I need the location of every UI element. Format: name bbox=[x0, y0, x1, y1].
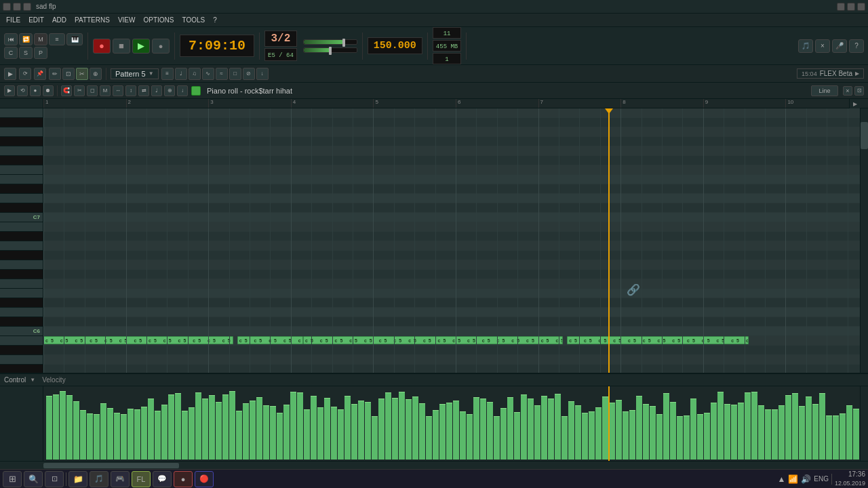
velocity-bar-19[interactable] bbox=[175, 393, 181, 460]
erase-tool[interactable]: ✂ bbox=[76, 68, 88, 80]
velocity-bar-3[interactable] bbox=[66, 395, 73, 460]
pattern-play-btn[interactable]: ● bbox=[152, 39, 170, 54]
piano-key-Eb6[interactable] bbox=[0, 298, 43, 308]
velocity-bar-70[interactable] bbox=[521, 394, 527, 460]
bpm-display[interactable]: 150.000 bbox=[368, 37, 422, 54]
humanize-btn[interactable]: ↓ bbox=[256, 68, 269, 80]
velocity-bar-47[interactable] bbox=[365, 402, 371, 460]
velocity-bar-17[interactable] bbox=[161, 405, 167, 460]
search-button[interactable]: 🔍 bbox=[24, 471, 43, 487]
pr-close-btn[interactable]: × bbox=[843, 86, 852, 96]
piano-key-Ab5[interactable] bbox=[0, 365, 43, 373]
taskbar-app-6[interactable]: 🔴 bbox=[195, 471, 214, 487]
velocity-bar-85[interactable] bbox=[623, 411, 629, 460]
piano-key-Gb7[interactable] bbox=[0, 156, 43, 165]
piano-key-Db7[interactable] bbox=[0, 203, 43, 213]
velocity-bar-42[interactable] bbox=[331, 407, 337, 460]
velocity-scrollbar[interactable] bbox=[860, 386, 868, 461]
velocity-bar-96[interactable] bbox=[697, 414, 703, 460]
velocity-bar-14[interactable] bbox=[141, 407, 147, 460]
lasso-btn[interactable]: ⊘ bbox=[243, 68, 255, 80]
piano-key-Eb7[interactable] bbox=[0, 184, 43, 194]
velocity-bar-95[interactable] bbox=[690, 399, 696, 460]
velocity-bar-81[interactable] bbox=[595, 407, 601, 460]
menu-options[interactable]: OPTIONS bbox=[140, 15, 177, 25]
taskbar-app-2[interactable]: 🎮 bbox=[111, 471, 130, 487]
velocity-bar-60[interactable] bbox=[453, 401, 459, 460]
velocity-bar-12[interactable] bbox=[127, 409, 134, 460]
velocity-bar-63[interactable] bbox=[473, 397, 479, 460]
velocity-bar-37[interactable] bbox=[297, 392, 303, 460]
velocity-bar-64[interactable] bbox=[480, 399, 486, 460]
velocity-bar-21[interactable] bbox=[189, 407, 195, 460]
velocity-bar-92[interactable] bbox=[670, 402, 676, 460]
velocity-bar-58[interactable] bbox=[439, 404, 446, 460]
velocity-bar-45[interactable] bbox=[351, 404, 357, 460]
pr-rec2-btn[interactable]: ⏺ bbox=[43, 85, 54, 96]
pr-mute-btn[interactable]: M bbox=[100, 85, 111, 96]
piano-key-Gb6[interactable] bbox=[0, 270, 43, 279]
tray-volume-icon[interactable]: 🔊 bbox=[801, 474, 811, 484]
velocity-bar-89[interactable] bbox=[650, 406, 656, 460]
velocity-bar-118[interactable] bbox=[846, 405, 852, 460]
piano-btn[interactable]: 🎹 bbox=[66, 33, 83, 45]
velocity-bar-5[interactable] bbox=[80, 410, 86, 460]
piano-key-A6[interactable] bbox=[0, 241, 43, 251]
velocity-bar-101[interactable] bbox=[731, 405, 737, 460]
velocity-bar-6[interactable] bbox=[87, 413, 93, 460]
piano-key-C7[interactable]: C7 bbox=[0, 213, 43, 222]
piano-key-B7[interactable] bbox=[0, 108, 43, 118]
velocity-bar-44[interactable] bbox=[344, 396, 351, 460]
velocity-bar-50[interactable] bbox=[385, 392, 391, 460]
menu-edit[interactable]: EDIT bbox=[25, 15, 47, 25]
icon-btn-4[interactable]: ? bbox=[849, 39, 864, 53]
velocity-bar-75[interactable] bbox=[555, 394, 561, 460]
velocity-bar-1[interactable] bbox=[53, 394, 59, 460]
menu-file[interactable]: FILE bbox=[3, 15, 24, 25]
velocity-bar-9[interactable] bbox=[107, 408, 113, 460]
velocity-bar-73[interactable] bbox=[541, 396, 547, 460]
velocity-bar-57[interactable] bbox=[433, 410, 439, 460]
icon-btn-3[interactable]: 🎤 bbox=[832, 39, 847, 53]
piano-key-Ab7[interactable] bbox=[0, 137, 43, 146]
pr-reverse-btn[interactable]: ⇄ bbox=[138, 85, 149, 96]
piano-key-F7[interactable] bbox=[0, 165, 43, 175]
velocity-bar-53[interactable] bbox=[406, 399, 412, 460]
menu-add[interactable]: ADD bbox=[49, 15, 70, 25]
window-maximize-btn[interactable] bbox=[23, 3, 31, 11]
mixer-btn[interactable]: ≡ bbox=[49, 33, 65, 45]
piano-key-Bb6[interactable] bbox=[0, 232, 43, 241]
vertical-scrollbar[interactable] bbox=[860, 108, 868, 373]
piano-key-E7[interactable] bbox=[0, 175, 43, 184]
velocity-bar-84[interactable] bbox=[616, 400, 622, 460]
task-view-button[interactable]: ⊡ bbox=[45, 471, 64, 487]
menu-help[interactable]: ? bbox=[210, 15, 220, 25]
velocity-bar-55[interactable] bbox=[419, 403, 425, 460]
pattern-dropdown-icon[interactable]: ▼ bbox=[149, 70, 154, 77]
piano-key-D6[interactable] bbox=[0, 308, 43, 317]
pr-flip-btn[interactable]: ↔ bbox=[113, 85, 123, 96]
play-btn[interactable]: ▶ bbox=[132, 39, 150, 54]
piano-key-F6[interactable] bbox=[0, 279, 43, 289]
taskbar-app-3[interactable]: FL bbox=[132, 471, 151, 487]
icon-btn-2[interactable]: × bbox=[815, 39, 830, 53]
velocity-bar-86[interactable] bbox=[629, 410, 635, 460]
velocity-bar-110[interactable] bbox=[792, 393, 798, 460]
velocity-bar-83[interactable] bbox=[609, 403, 615, 460]
velocity-bar-52[interactable] bbox=[399, 392, 405, 460]
velocity-bar-28[interactable] bbox=[236, 411, 242, 460]
velocity-bar-62[interactable] bbox=[467, 414, 473, 460]
velocity-bar-79[interactable] bbox=[582, 413, 588, 460]
piano-key-E6[interactable] bbox=[0, 289, 43, 298]
velocity-bar-34[interactable] bbox=[277, 413, 283, 460]
velocity-bar-49[interactable] bbox=[378, 399, 384, 460]
velocity-bar-26[interactable] bbox=[222, 394, 229, 460]
velocity-bar-76[interactable] bbox=[561, 416, 568, 460]
velocity-bar-30[interactable] bbox=[250, 401, 256, 460]
pr-magnet-btn[interactable]: 🧲 bbox=[61, 85, 72, 96]
prev-btn[interactable]: ⏮ bbox=[4, 33, 18, 45]
velocity-bar-69[interactable] bbox=[514, 412, 520, 460]
piano-key-C6[interactable]: C6 bbox=[0, 327, 43, 336]
pr-line-dropdown[interactable]: Line bbox=[811, 85, 838, 96]
velocity-bar-104[interactable] bbox=[751, 392, 757, 460]
